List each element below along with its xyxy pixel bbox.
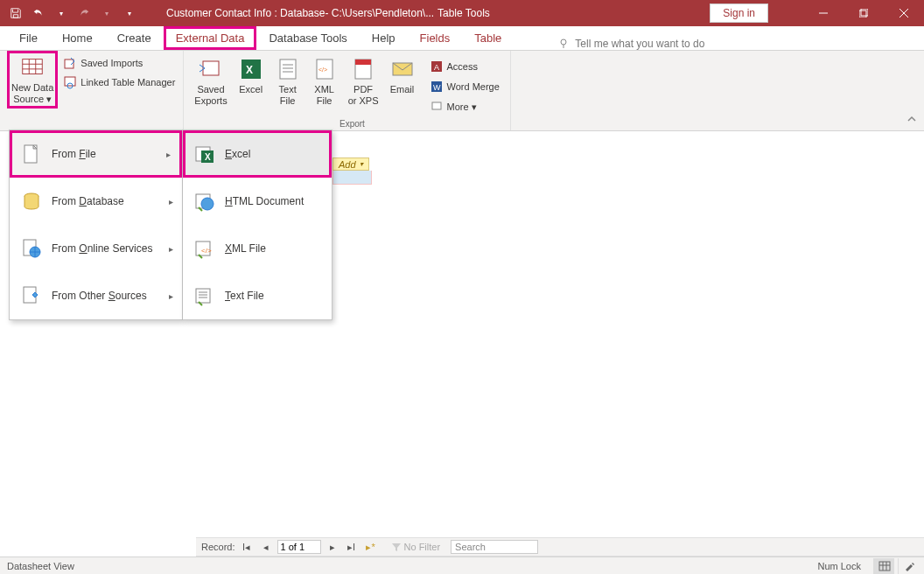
export-pdf-xps-button[interactable]: PDFor XPS [345,54,382,116]
chevron-right-icon: ▸ [169,244,173,254]
menu-from-database-label: From Database [52,195,124,207]
export-more-label: More ▾ [447,102,477,113]
export-xml-file-button[interactable]: </> XMLFile [308,54,341,116]
save-icon[interactable] [5,3,26,24]
svg-rect-48 [879,562,890,570]
new-data-source-label: New DataSource ▾ [11,82,53,105]
design-view-button[interactable] [898,558,919,574]
export-word-merge-button[interactable]: W Word Merge [426,78,503,95]
tell-me-search[interactable]: Tell me what you want to do [557,38,704,50]
first-record-button[interactable]: I◂ [239,542,255,553]
svg-text:A: A [434,63,439,72]
submenu-html-document[interactable]: HTML Document [183,178,332,225]
menu-from-other-sources[interactable]: From Other Sources ▸ [10,272,182,319]
collapse-ribbon-icon[interactable] [906,114,917,127]
svg-text:</>: </> [201,247,212,255]
no-filter-indicator[interactable]: No Filter [391,542,441,552]
export-excel-label: Excel [239,84,262,95]
restore-icon[interactable] [844,0,884,26]
html-import-icon [193,190,216,213]
export-email-button[interactable]: Email [386,54,419,116]
new-data-source-button[interactable]: New DataSource ▾ [7,51,58,108]
saved-imports-button[interactable]: Saved Imports [60,54,178,72]
svg-text:</>: </> [318,66,327,73]
export-access-button[interactable]: A Access [426,58,503,75]
submenu-xml-file-label: XML File [225,242,266,255]
no-filter-label: No Filter [404,542,441,552]
email-icon [389,56,416,82]
undo-dropdown-icon[interactable]: ▾ [51,3,72,24]
next-record-button[interactable]: ▸ [325,542,340,553]
statusbar: Datasheet View Num Lock [0,556,924,574]
globe-icon [20,237,43,260]
submenu-excel-label: Excel [225,148,250,160]
svg-rect-31 [432,102,441,109]
redo-dropdown-icon[interactable]: ▾ [96,3,117,24]
file-icon [20,143,43,165]
tab-external-data[interactable]: External Data [164,26,257,50]
undo-icon[interactable] [28,3,49,24]
svg-text:W: W [433,83,441,92]
menu-from-file-label: From File [52,148,96,160]
submenu-html-document-label: HTML Document [225,195,304,207]
minimize-icon[interactable] [803,0,844,26]
menu-from-online-services-label: From Online Services [52,242,152,255]
last-record-button[interactable]: ▸I [344,542,360,553]
pdf-icon [350,56,376,82]
tab-table[interactable]: Table [462,26,514,50]
export-more-button[interactable]: More ▾ [426,98,503,116]
svg-rect-1 [859,10,866,18]
prev-record-button[interactable]: ◂ [258,542,274,553]
record-navigation: Record: I◂ ◂ ▸ ▸I ▸* No Filter Search [196,537,924,556]
datasheet-view-button[interactable] [873,558,894,574]
saved-imports-icon [63,56,77,70]
qat-customize-icon[interactable]: ▾ [119,3,140,24]
export-excel-button[interactable]: X Excel [234,54,268,116]
linked-table-manager-label: Linked Table Manager [80,77,175,88]
window-controls: Sign in [710,0,924,26]
sign-in-button[interactable]: Sign in [710,4,768,23]
xml-import-icon: </> [193,237,216,260]
submenu-text-file[interactable]: Text File [183,272,332,319]
window-title: Customer Contact Info : Database- C:\Use… [166,7,434,19]
access-icon: A [430,60,444,74]
tab-fields[interactable]: Fields [408,26,463,50]
tab-home[interactable]: Home [50,26,105,50]
submenu-excel[interactable]: X Excel [183,130,332,178]
export-word-merge-label: Word Merge [447,81,500,92]
search-box[interactable]: Search [451,540,538,554]
num-lock-indicator: Num Lock [817,561,861,571]
datasheet-new-row[interactable] [332,171,372,185]
tab-database-tools[interactable]: Database Tools [256,26,359,50]
submenu-xml-file[interactable]: </> XML File [183,225,332,272]
new-record-button[interactable]: ▸* [363,542,379,553]
menu-from-file[interactable]: From File ▸ [10,130,182,178]
chevron-right-icon: ▸ [166,150,171,159]
export-text-file-button[interactable]: TextFile [271,54,304,116]
ribbon-tabs: File Home Create External Data Database … [0,26,924,51]
other-sources-icon [20,284,43,307]
menu-from-online-services[interactable]: From Online Services ▸ [10,225,182,272]
tab-file[interactable]: File [7,26,50,50]
click-to-add-column[interactable]: Add [332,158,369,171]
text-import-icon [193,284,216,307]
titlebar: ▾ ▾ ▾ Customer Contact Info : Database- … [0,0,924,26]
redo-icon[interactable] [74,3,94,24]
saved-exports-button[interactable]: SavedExports [191,54,230,116]
tab-help[interactable]: Help [360,26,408,50]
from-file-submenu: X Excel HTML Document </> XML File Text … [183,130,332,320]
export-access-label: Access [447,61,478,72]
export-text-file-label: TextFile [279,84,297,107]
close-icon[interactable] [884,0,924,26]
linked-table-manager-button[interactable]: Linked Table Manager [60,74,178,91]
svg-rect-7 [23,60,43,74]
menu-from-database[interactable]: From Database ▸ [10,178,182,225]
tab-create[interactable]: Create [105,26,164,50]
new-data-source-icon [19,54,46,80]
record-label: Record: [201,542,235,552]
statusbar-right: Num Lock [817,558,919,574]
svg-point-41 [201,198,214,210]
svg-text:X: X [246,64,253,76]
record-number-input[interactable] [277,540,321,554]
linked-table-manager-icon [63,75,77,89]
